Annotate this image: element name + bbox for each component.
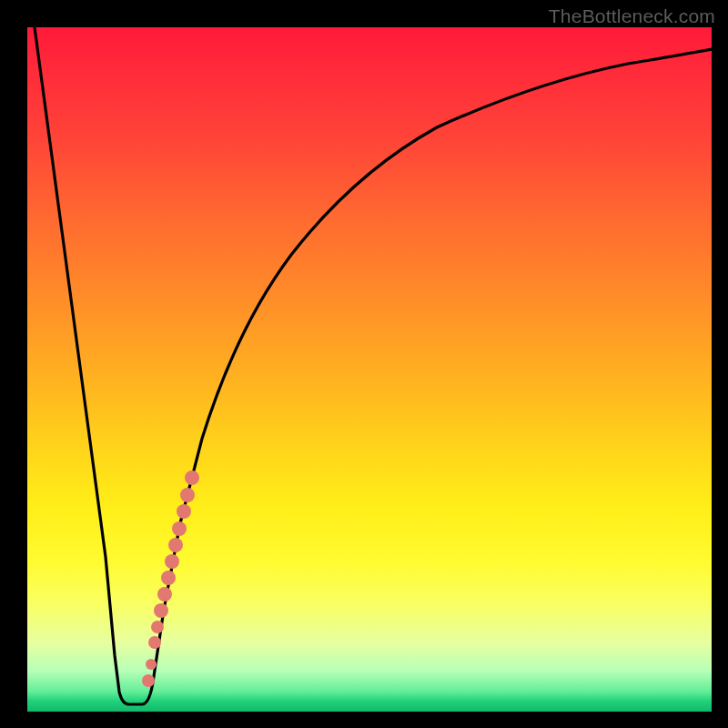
data-point	[148, 636, 161, 649]
data-point	[146, 659, 157, 670]
data-point	[142, 674, 155, 687]
chart-frame: TheBottleneck.com	[0, 0, 728, 728]
chart-svg	[27, 27, 712, 712]
bottleneck-curve	[35, 27, 712, 704]
data-point	[180, 488, 195, 502]
data-point	[185, 470, 199, 485]
data-point	[151, 621, 164, 633]
data-point	[161, 571, 176, 585]
plot-area	[27, 27, 712, 712]
data-points	[142, 470, 199, 687]
data-point	[177, 504, 191, 519]
data-point	[157, 587, 172, 602]
watermark-label: TheBottleneck.com	[549, 5, 715, 27]
data-point	[165, 554, 179, 569]
data-point	[168, 538, 183, 552]
data-point	[172, 521, 187, 536]
data-point	[154, 603, 168, 618]
